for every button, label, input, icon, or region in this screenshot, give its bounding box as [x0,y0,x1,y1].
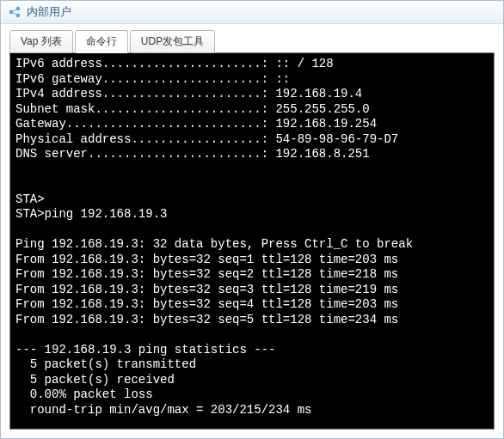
terminal-line: Ping 192.168.19.3: 32 data bytes, Press … [15,237,489,253]
terminal-line: From 192.168.19.3: bytes=32 seq=1 ttl=12… [15,253,489,268]
terminal-line: STA> [15,192,489,208]
svg-line-4 [11,12,18,15]
terminal-output[interactable]: IPv6 address......................: :: /… [9,52,495,430]
terminal-line: round-trip min/avg/max = 203/215/234 ms [15,403,489,418]
terminal-line: Gateway...........................: 192.… [15,117,489,132]
terminal-line [15,418,489,430]
app-window: 内部用户 Vap 列表 命令行 UDP发包工具 IPv6 address....… [0,0,504,439]
tab-label: UDP发包工具 [141,35,204,47]
window-title: 内部用户 [27,4,71,20]
terminal-line: IPv4 address......................: 192.… [15,87,489,102]
terminal-line: 0.00% packet loss [15,387,489,403]
terminal-line: IPv6 address......................: :: /… [15,57,489,72]
terminal-line [15,223,489,238]
tab-vap-list[interactable]: Vap 列表 [9,30,73,53]
tab-udp-tool[interactable]: UDP发包工具 [130,30,215,53]
terminal-line [15,177,489,192]
terminal-line: From 192.168.19.3: bytes=32 seq=3 ttl=12… [15,283,489,298]
terminal-line: Subnet mask.......................: 255.… [15,102,489,118]
titlebar: 内部用户 [1,1,503,24]
terminal-line: From 192.168.19.3: bytes=32 seq=2 ttl=12… [15,267,489,283]
terminal-line: DNS server........................: 192.… [15,147,489,162]
terminal-line: 5 packet(s) transmitted [15,357,489,373]
tab-command-line[interactable]: 命令行 [75,30,128,53]
terminal-line [15,162,489,178]
terminal-line: --- 192.168.19.3 ping statistics --- [15,343,489,358]
tab-label: 命令行 [86,35,117,47]
tab-label: Vap 列表 [21,35,62,47]
terminal-line: 5 packet(s) received [15,373,489,388]
terminal-line: From 192.168.19.3: bytes=32 seq=5 ttl=12… [15,313,489,328]
terminal-line: From 192.168.19.3: bytes=32 seq=4 ttl=12… [15,297,489,313]
svg-line-3 [11,9,18,12]
terminal-line [15,327,489,343]
network-icon [8,5,22,19]
terminal-line: Physical address..................: 54-8… [15,132,489,148]
terminal-line: IPv6 gateway......................: :: [15,72,489,88]
terminal-line: STA>ping 192.168.19.3 [15,207,489,223]
tab-bar: Vap 列表 命令行 UDP发包工具 [1,24,503,52]
